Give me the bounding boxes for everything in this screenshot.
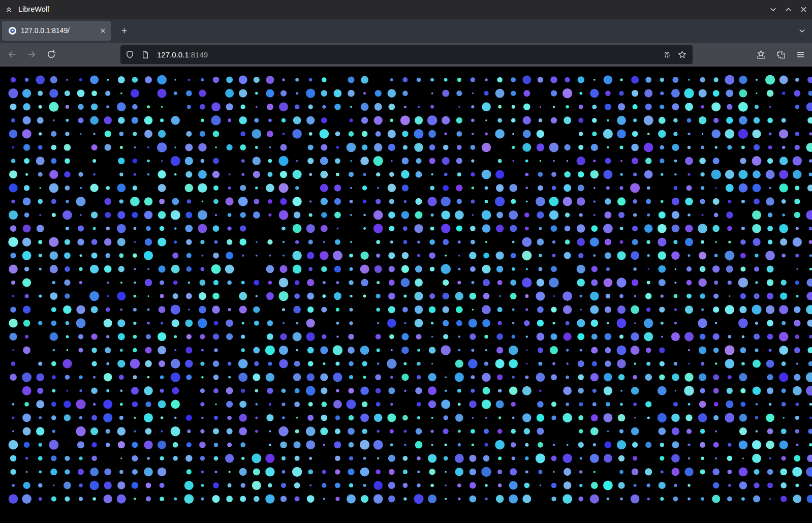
fingerprint-protection-icon[interactable] xyxy=(663,50,671,59)
new-tab-button[interactable] xyxy=(116,23,132,38)
window-close-button[interactable] xyxy=(799,5,808,14)
browser-window: LibreWolf 127.0.0.1:8149/ xyxy=(0,0,812,523)
forward-button[interactable] xyxy=(26,49,37,59)
app-title: LibreWolf xyxy=(18,0,49,19)
tab-active[interactable]: 127.0.0.1:8149/ xyxy=(2,21,111,41)
url-bar[interactable]: 127.0.0.1:8149 xyxy=(120,45,693,64)
collapse-toolbar-icon[interactable] xyxy=(5,5,13,14)
tab-close-icon[interactable] xyxy=(99,27,107,35)
all-tabs-dropdown-icon[interactable] xyxy=(798,26,806,35)
bookmarks-tray-icon[interactable] xyxy=(756,50,766,59)
window-minimize-button[interactable] xyxy=(769,5,777,14)
window-maximize-button[interactable] xyxy=(784,5,793,14)
page-icon[interactable] xyxy=(141,50,149,59)
url-port: :8149 xyxy=(189,50,208,59)
title-bar: LibreWolf xyxy=(0,0,812,19)
reload-button[interactable] xyxy=(46,49,56,59)
url-host: 127.0.0.1 xyxy=(157,50,189,59)
navigation-bar: 127.0.0.1:8149 xyxy=(0,43,812,67)
tab-title: 127.0.0.1:8149/ xyxy=(21,27,96,35)
dot-grid-canvas xyxy=(0,67,812,523)
shield-icon[interactable] xyxy=(126,50,134,59)
back-button[interactable] xyxy=(7,49,17,59)
page-content xyxy=(0,67,812,523)
bookmark-star-icon[interactable] xyxy=(678,50,686,59)
extensions-icon[interactable] xyxy=(776,50,786,59)
menu-icon[interactable] xyxy=(796,50,805,59)
tab-strip: 127.0.0.1:8149/ xyxy=(0,19,812,43)
tab-favicon-icon xyxy=(9,27,16,35)
